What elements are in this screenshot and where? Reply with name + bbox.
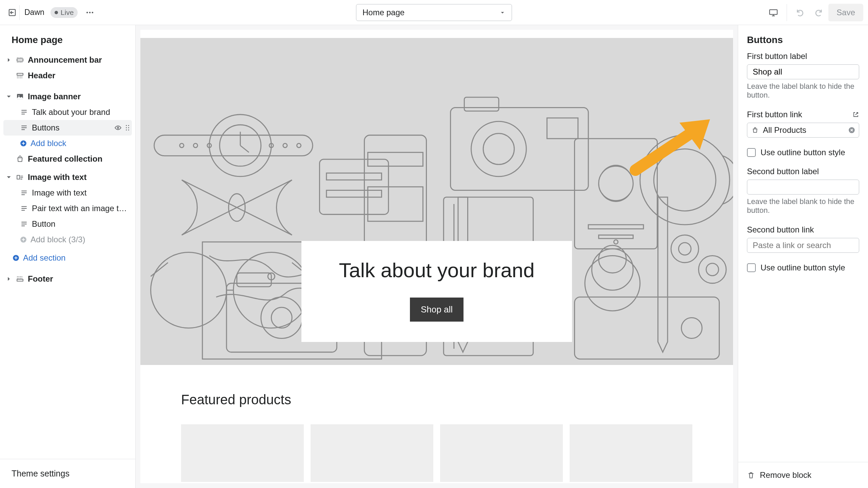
add-block-button[interactable]: Add block bbox=[3, 136, 132, 151]
more-button[interactable] bbox=[82, 5, 97, 20]
sidebar-block-button[interactable]: Button bbox=[3, 216, 132, 232]
checkbox[interactable] bbox=[747, 148, 756, 157]
sidebar-item-label: Add section bbox=[23, 253, 130, 263]
svg-point-14 bbox=[126, 129, 127, 130]
header-icon bbox=[16, 72, 24, 79]
sidebar-item-footer[interactable]: Footer bbox=[3, 271, 132, 287]
field-second-button-link: Second button link bbox=[747, 225, 859, 253]
link-value-text: All Products bbox=[763, 125, 844, 135]
checkbox[interactable] bbox=[747, 263, 756, 272]
sidebar-item-image-with-text[interactable]: Image with text bbox=[3, 169, 132, 185]
preview-banner-button[interactable]: Shop all bbox=[410, 298, 463, 322]
settings-panel: Buttons First button label Leave the lab… bbox=[738, 25, 868, 488]
divider bbox=[787, 4, 787, 21]
sidebar-item-label: Add block bbox=[31, 139, 130, 148]
sidebar-item-label: Image banner bbox=[28, 92, 130, 101]
panel-title: Buttons bbox=[738, 25, 868, 52]
svg-point-12 bbox=[126, 127, 127, 128]
second-button-label-input[interactable] bbox=[747, 180, 859, 195]
field-help: Leave the label blank to hide the button… bbox=[747, 197, 859, 215]
page-selector[interactable]: Home page bbox=[356, 4, 512, 21]
sidebar-item-label: Featured collection bbox=[28, 154, 130, 164]
second-button-link-input[interactable] bbox=[747, 238, 859, 253]
live-badge: Live bbox=[51, 7, 78, 18]
undo-icon bbox=[795, 8, 805, 17]
undo-button[interactable] bbox=[792, 4, 809, 21]
chevron-right-icon bbox=[6, 277, 11, 281]
plus-circle-icon bbox=[20, 140, 27, 147]
desktop-view-button[interactable] bbox=[765, 4, 782, 21]
field-first-button-link: First button link All Products bbox=[747, 110, 859, 138]
text-block-icon bbox=[20, 108, 28, 116]
image-icon bbox=[16, 93, 24, 100]
collection-link-icon bbox=[751, 126, 759, 134]
remove-block-label: Remove block bbox=[760, 470, 811, 480]
topbar: Dawn Live Home page Save bbox=[0, 0, 868, 25]
live-label: Live bbox=[61, 8, 74, 17]
svg-point-3 bbox=[92, 12, 94, 13]
canvas: Talk about your brand Shop all Featured … bbox=[136, 25, 738, 488]
external-link-icon[interactable] bbox=[852, 111, 859, 118]
checkbox-label: Use outline button style bbox=[761, 263, 845, 272]
drag-handle[interactable] bbox=[125, 124, 130, 131]
svg-point-11 bbox=[128, 125, 129, 126]
topbar-left: Dawn Live bbox=[5, 5, 97, 20]
remove-block-button[interactable]: Remove block bbox=[738, 462, 868, 488]
sidebar-block-pair-text[interactable]: Pair text with an image to focu... bbox=[3, 201, 132, 216]
svg-point-1 bbox=[86, 12, 88, 13]
chevron-down-icon bbox=[6, 175, 11, 180]
drag-icon bbox=[125, 124, 130, 131]
sidebar-item-featured-collection[interactable]: Featured collection bbox=[3, 151, 132, 167]
field-label: Second button link bbox=[747, 225, 859, 235]
section-icon bbox=[16, 56, 24, 64]
exit-button[interactable] bbox=[5, 5, 20, 20]
chevron-down-icon bbox=[6, 94, 11, 99]
dots-icon bbox=[85, 8, 94, 17]
eye-icon bbox=[114, 124, 122, 131]
sidebar-item-label: Footer bbox=[28, 274, 130, 284]
redo-button[interactable] bbox=[810, 4, 827, 21]
svg-rect-6 bbox=[17, 73, 23, 75]
add-section-button[interactable]: Add section bbox=[3, 250, 132, 266]
sidebar-item-label: Button bbox=[32, 219, 130, 229]
sidebar-block-image-with-text[interactable]: Image with text bbox=[3, 185, 132, 201]
checkbox-label: Use outline button style bbox=[761, 148, 845, 157]
visibility-toggle[interactable] bbox=[114, 124, 122, 131]
first-button-label-input[interactable] bbox=[747, 64, 859, 79]
footer-icon bbox=[16, 275, 24, 283]
sidebar-item-header[interactable]: Header bbox=[3, 68, 132, 83]
field-first-button-label: First button label Leave the label blank… bbox=[747, 52, 859, 100]
svg-point-2 bbox=[89, 12, 91, 13]
sidebar: Home page Announcement bar Header Image … bbox=[0, 25, 136, 488]
plus-circle-icon bbox=[12, 254, 20, 262]
sidebar-item-image-banner[interactable]: Image banner bbox=[3, 89, 132, 104]
sidebar-block-talk-about[interactable]: Talk about your brand bbox=[3, 104, 132, 120]
sidebar-item-label: Image with text bbox=[32, 188, 130, 198]
sidebar-item-label: Pair text with an image to focu... bbox=[32, 204, 130, 213]
svg-point-13 bbox=[128, 127, 129, 128]
field-label: Second button label bbox=[747, 167, 859, 176]
text-block-icon bbox=[20, 220, 28, 228]
preview-product-card[interactable]: Example product bbox=[311, 424, 433, 483]
panel-body: First button label Leave the label blank… bbox=[738, 52, 868, 462]
field-label: First button link bbox=[747, 110, 859, 119]
preview-banner: Talk about your brand Shop all bbox=[140, 38, 733, 365]
sidebar-item-announcement-bar[interactable]: Announcement bar bbox=[3, 52, 132, 68]
text-block-icon bbox=[20, 205, 28, 212]
preview-product-card[interactable]: Example product bbox=[570, 424, 692, 483]
first-button-link-value[interactable]: All Products bbox=[747, 123, 859, 138]
main-layout: Home page Announcement bar Header Image … bbox=[0, 25, 868, 488]
section-tree: Announcement bar Header Image banner Tal… bbox=[0, 52, 135, 459]
sidebar-item-label: Buttons bbox=[32, 123, 111, 133]
preview-product-card[interactable]: Example product bbox=[440, 424, 563, 483]
second-outline-checkbox-row[interactable]: Use outline button style bbox=[747, 263, 859, 272]
first-outline-checkbox-row[interactable]: Use outline button style bbox=[747, 148, 859, 157]
page-selector-label: Home page bbox=[362, 8, 405, 17]
sidebar-item-label: Add block (3/3) bbox=[31, 235, 130, 244]
sidebar-block-buttons[interactable]: Buttons bbox=[3, 120, 132, 136]
preview-product-card[interactable]: Example product bbox=[181, 424, 304, 483]
theme-settings-button[interactable]: Theme settings bbox=[0, 459, 135, 488]
clear-link-button[interactable] bbox=[848, 126, 855, 134]
preview-product-image bbox=[440, 424, 563, 482]
svg-rect-20 bbox=[17, 279, 23, 281]
